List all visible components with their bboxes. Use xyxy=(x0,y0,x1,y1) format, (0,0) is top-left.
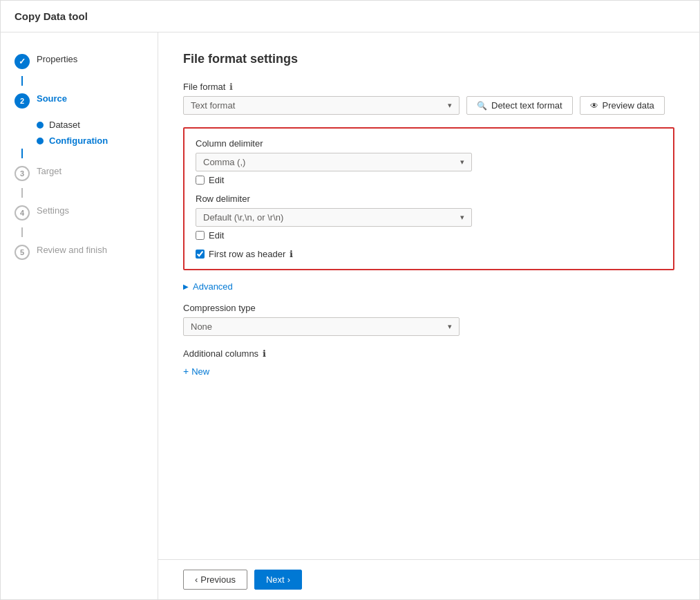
sidebar: ✓ Properties 2 Source Data xyxy=(1,32,158,599)
previous-button[interactable]: ‹ Previous xyxy=(183,570,247,590)
sidebar-item-source[interactable]: 2 Source xyxy=(1,86,158,115)
sidebar-item-settings[interactable]: 4 Settings xyxy=(1,198,158,227)
sidebar-label-settings: Settings xyxy=(37,205,69,217)
next-button[interactable]: Next › xyxy=(254,570,302,590)
compression-type-select[interactable]: None ▾ xyxy=(183,317,460,336)
file-format-info-icon[interactable]: ℹ xyxy=(229,82,233,92)
step-circle-settings: 4 xyxy=(15,205,30,221)
additional-columns-section: Additional columns ℹ + New xyxy=(183,348,674,378)
prev-chevron-icon: ‹ xyxy=(195,574,198,585)
detect-text-format-button[interactable]: 🔍 Detect text format xyxy=(466,96,573,115)
next-chevron-icon: › xyxy=(287,574,290,585)
page-title: File format settings xyxy=(183,52,674,66)
sidebar-item-properties[interactable]: ✓ Properties xyxy=(1,46,158,76)
connector-1 xyxy=(21,76,23,86)
column-delimiter-section: Column delimiter Comma (,) ▾ Edit xyxy=(196,138,662,185)
new-column-button[interactable]: + New xyxy=(183,364,209,378)
file-format-select[interactable]: Text format ▾ xyxy=(183,96,460,115)
connector-4 xyxy=(21,227,23,237)
sidebar-item-review[interactable]: 5 Review and finish xyxy=(1,237,158,267)
column-delimiter-edit-label[interactable]: Edit xyxy=(209,175,224,185)
row-delimiter-edit-checkbox[interactable] xyxy=(196,231,205,240)
footer: ‹ Previous Next › xyxy=(158,559,699,599)
sidebar-label-review: Review and finish xyxy=(37,244,107,256)
sidebar-label-target: Target xyxy=(37,165,62,178)
additional-columns-label: Additional columns ℹ xyxy=(183,348,674,359)
row-delimiter-chevron: ▾ xyxy=(460,213,464,222)
bordered-delimiter-section: Column delimiter Comma (,) ▾ Edit xyxy=(183,127,674,270)
first-row-header-row: First row as header ℹ xyxy=(196,249,662,259)
sidebar-label-source: Source xyxy=(37,93,67,105)
additional-columns-info-icon[interactable]: ℹ xyxy=(263,348,266,359)
first-row-header-label[interactable]: First row as header xyxy=(209,249,285,259)
compression-type-section: Compression type None ▾ xyxy=(183,303,674,336)
app-title: Copy Data tool xyxy=(15,10,88,22)
step-circle-properties: ✓ xyxy=(15,54,30,69)
column-delimiter-chevron: ▾ xyxy=(460,158,464,167)
row-delimiter-edit-label[interactable]: Edit xyxy=(209,230,224,241)
file-format-label: File format ℹ xyxy=(183,82,674,92)
connector-2 xyxy=(21,149,23,158)
first-row-info-icon[interactable]: ℹ xyxy=(290,249,293,259)
column-delimiter-edit-checkbox[interactable] xyxy=(196,176,205,185)
row-delimiter-label: Row delimiter xyxy=(196,194,662,204)
advanced-label: Advanced xyxy=(193,281,233,292)
app-title-bar: Copy Data tool xyxy=(1,1,699,32)
sidebar-item-target[interactable]: 3 Target xyxy=(1,158,158,188)
compression-chevron: ▾ xyxy=(448,322,452,331)
sidebar-label-configuration: Configuration xyxy=(49,135,108,146)
row-delimiter-section: Row delimiter Default (\r,\n, or \r\n) ▾… xyxy=(196,194,662,241)
main-content: File format settings File format ℹ Text … xyxy=(158,32,699,599)
compression-type-label: Compression type xyxy=(183,303,674,313)
main-scroll-area: File format settings File format ℹ Text … xyxy=(158,32,699,559)
advanced-triangle-icon: ▶ xyxy=(183,283,189,290)
eye-icon: 👁 xyxy=(590,101,598,111)
column-delimiter-label: Column delimiter xyxy=(196,138,662,149)
detect-icon: 🔍 xyxy=(477,101,487,111)
sidebar-subitem-configuration[interactable]: Configuration xyxy=(37,133,158,149)
row-delimiter-edit-row: Edit xyxy=(196,230,662,241)
connector-3 xyxy=(21,188,23,198)
column-delimiter-edit-row: Edit xyxy=(196,175,662,185)
file-format-row: Text format ▾ 🔍 Detect text format 👁 Pre… xyxy=(183,96,674,115)
dot-configuration xyxy=(37,138,44,144)
row-delimiter-select[interactable]: Default (\r,\n, or \r\n) ▾ xyxy=(196,208,472,227)
sidebar-subitem-dataset[interactable]: Dataset xyxy=(37,117,158,133)
column-delimiter-select[interactable]: Comma (,) ▾ xyxy=(196,153,472,171)
sidebar-label-dataset: Dataset xyxy=(49,120,80,130)
plus-icon: + xyxy=(183,366,189,377)
first-row-header-checkbox[interactable] xyxy=(196,250,205,259)
preview-data-button[interactable]: 👁 Preview data xyxy=(580,96,665,115)
advanced-row[interactable]: ▶ Advanced xyxy=(183,281,674,292)
step-circle-review: 5 xyxy=(15,245,30,260)
dot-dataset xyxy=(37,122,44,129)
file-format-chevron: ▾ xyxy=(448,101,452,110)
sidebar-label-properties: Properties xyxy=(37,53,77,66)
file-format-section: File format ℹ Text format ▾ 🔍 Detect tex… xyxy=(183,82,674,115)
step-circle-source: 2 xyxy=(15,93,30,109)
step-circle-target: 3 xyxy=(15,166,30,181)
